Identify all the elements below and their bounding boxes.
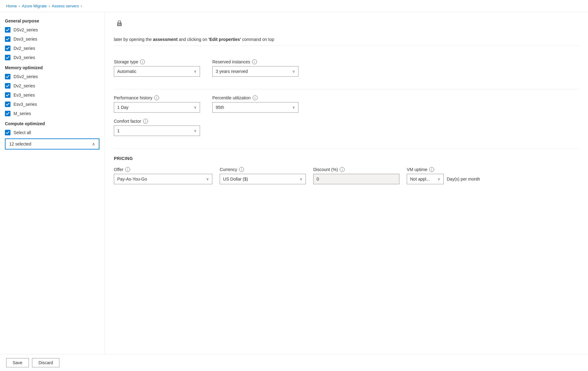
discount-input[interactable] [313, 174, 399, 184]
info-text-suffix: command on top [241, 37, 274, 42]
bottom-spacer [114, 192, 579, 216]
performance-history-dropdown[interactable]: 1 Day ∨ [114, 102, 200, 113]
group-memory-optimized: Memory optimized [0, 62, 104, 72]
series-label-esv3: Esv3_series [14, 102, 37, 107]
checkbox-m-series[interactable] [5, 111, 10, 116]
series-label-dsv3-general: Dsv3_series [14, 37, 37, 42]
comfort-factor-label: Comfort factor i [114, 119, 200, 124]
save-button[interactable]: Save [6, 358, 29, 367]
percentile-utilization-dropdown[interactable]: 95th ∨ [212, 102, 298, 113]
vm-uptime-row: Not appl... ∨ Day(s) per month [407, 174, 480, 184]
series-item-dv3-general[interactable]: Dv3_series [0, 53, 104, 62]
group-compute-optimized: Compute optimized [0, 118, 104, 128]
percentile-utilization-chevron-down-icon: ∨ [292, 105, 295, 110]
comfort-factor-info-icon[interactable]: i [143, 119, 148, 124]
breadcrumb-azure-migrate[interactable]: Azure Migrate [22, 4, 47, 8]
info-text-link: assessment [153, 37, 178, 42]
vm-uptime-dropdown[interactable]: Not appl... ∨ [407, 174, 444, 184]
checkbox-dv3-general[interactable] [5, 55, 10, 60]
checkbox-dsv2-general[interactable] [5, 27, 10, 33]
performance-history-info-icon[interactable]: i [154, 95, 159, 100]
info-text: later by opening the assessment and clic… [114, 33, 579, 46]
checkbox-dv2-general[interactable] [5, 46, 10, 51]
performance-history-value: 1 Day [117, 105, 129, 110]
breadcrumb-assess-servers[interactable]: Assess servers [52, 4, 79, 8]
storage-form-row: Storage type i Automatic ∨ Reserved inst… [114, 59, 579, 77]
comfort-factor-dropdown[interactable]: 1 ∨ [114, 126, 200, 136]
group-general-purpose: General purpose [0, 15, 104, 25]
currency-info-icon[interactable]: i [239, 167, 244, 172]
info-text-bold: 'Edit properties' [208, 37, 241, 42]
print-button[interactable] [114, 18, 125, 28]
breadcrumb-sep-3: › [81, 4, 82, 8]
currency-label-text: Currency [220, 167, 237, 172]
selected-count-bar[interactable]: 12 selected ∧ [5, 138, 99, 150]
performance-form-row: Performance history i 1 Day ∨ Percentile… [114, 95, 579, 113]
percentile-utilization-label: Percentile utilization i [212, 95, 298, 100]
vm-uptime-label: VM uptime i [407, 167, 480, 172]
series-item-dv2-general[interactable]: Dv2_series [0, 44, 104, 53]
storage-type-label-text: Storage type [114, 59, 138, 64]
vm-uptime-chevron-down-icon: ∨ [438, 177, 440, 181]
reserved-instances-label-text: Reserved instances [212, 59, 250, 64]
checkbox-ev3[interactable] [5, 92, 10, 98]
percentile-utilization-info-icon[interactable]: i [253, 95, 258, 100]
currency-chevron-down-icon: ∨ [300, 177, 302, 181]
reserved-instances-info-icon[interactable]: i [252, 59, 257, 64]
discount-label-text: Discount (%) [313, 167, 338, 172]
offer-dropdown[interactable]: Pay-As-You-Go ∨ [114, 174, 212, 184]
svg-rect-1 [118, 21, 121, 23]
vm-uptime-info-icon[interactable]: i [429, 167, 434, 172]
series-label-dsv2-mem: DSv2_series [14, 74, 38, 79]
comfort-factor-label-text: Comfort factor [114, 119, 141, 124]
pricing-section-title: PRICING [114, 156, 579, 161]
info-text-prefix: later by opening the [114, 37, 153, 42]
currency-dropdown[interactable]: US Dollar ($) ∨ [220, 174, 306, 184]
discount-label: Discount (%) i [313, 167, 399, 172]
breadcrumb-home[interactable]: Home [6, 4, 17, 8]
series-item-m-series[interactable]: M_series [0, 109, 104, 118]
svg-point-2 [121, 23, 121, 24]
discard-button[interactable]: Discard [32, 358, 59, 367]
storage-section: Storage type i Automatic ∨ Reserved inst… [114, 53, 579, 89]
checkbox-esv3[interactable] [5, 102, 10, 107]
storage-type-info-icon[interactable]: i [140, 59, 145, 64]
select-all-row[interactable]: Select all [0, 128, 104, 137]
checkbox-select-all[interactable] [5, 130, 10, 135]
discount-group: Discount (%) i [313, 167, 399, 184]
checkbox-dsv2-mem[interactable] [5, 74, 10, 79]
checkbox-dv2-mem[interactable] [5, 83, 10, 89]
breadcrumb-sep-2: › [49, 4, 50, 8]
series-item-dv2-mem[interactable]: Dv2_series [0, 81, 104, 90]
offer-label-text: Offer [114, 167, 123, 172]
checkbox-dsv3-general[interactable] [5, 36, 10, 42]
breadcrumb-sep-1: › [19, 4, 20, 8]
offer-chevron-down-icon: ∨ [206, 177, 209, 181]
storage-type-dropdown[interactable]: Automatic ∨ [114, 66, 200, 77]
pricing-section: PRICING Offer i Pay-As-You-Go ∨ [114, 149, 579, 192]
offer-value: Pay-As-You-Go [117, 177, 147, 182]
comfort-factor-value: 1 [117, 128, 120, 133]
discount-info-icon[interactable]: i [340, 167, 345, 172]
pricing-row: Offer i Pay-As-You-Go ∨ Currency i [114, 167, 579, 184]
series-label-dv2-general: Dv2_series [14, 46, 35, 51]
offer-label: Offer i [114, 167, 212, 172]
series-item-dsv2-general[interactable]: DSv2_series [0, 25, 104, 34]
percentile-utilization-label-text: Percentile utilization [212, 95, 251, 100]
reserved-instances-value: 3 years reserved [216, 69, 248, 74]
series-label-dsv2-general: DSv2_series [14, 27, 38, 32]
storage-type-value: Automatic [117, 69, 136, 74]
series-item-ev3[interactable]: Ev3_series [0, 90, 104, 100]
performance-history-label-text: Performance history [114, 95, 152, 100]
series-item-dsv2-mem[interactable]: DSv2_series [0, 72, 104, 81]
reserved-instances-dropdown[interactable]: 3 years reserved ∨ [212, 66, 298, 77]
offer-info-icon[interactable]: i [125, 167, 130, 172]
comfort-factor-chevron-down-icon: ∨ [194, 129, 197, 133]
series-label-ev3: Ev3_series [14, 93, 35, 98]
selected-count-text: 12 selected [9, 142, 31, 146]
series-item-dsv3-general[interactable]: Dsv3_series [0, 34, 104, 44]
performance-history-label: Performance history i [114, 95, 200, 100]
series-label-m-series: M_series [14, 111, 31, 116]
series-item-esv3[interactable]: Esv3_series [0, 100, 104, 109]
reserved-instances-chevron-down-icon: ∨ [292, 69, 295, 74]
